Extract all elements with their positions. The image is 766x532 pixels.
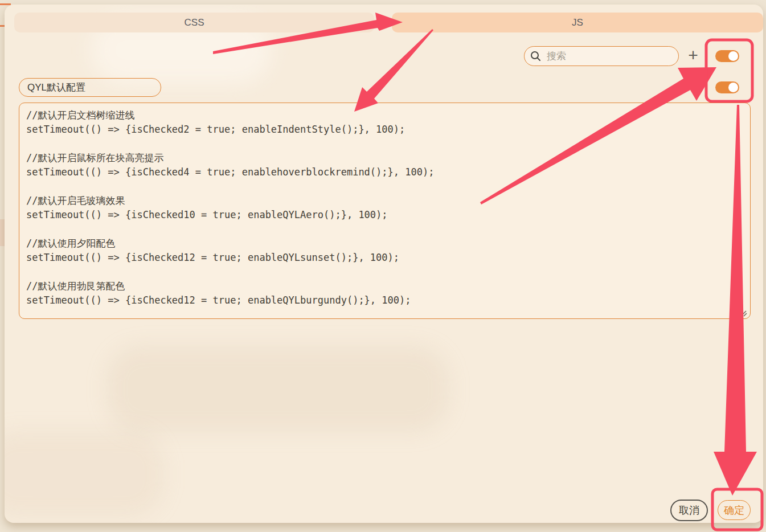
search-icon (530, 51, 541, 62)
frosted-blur-blob (107, 346, 449, 432)
toggle-knob (728, 51, 738, 61)
search-box[interactable] (524, 46, 679, 66)
settings-dialog: CSS JS + //默认开启文档树缩进线 setTimeout(() => {… (5, 5, 763, 523)
toggle-switch-2[interactable] (715, 81, 739, 93)
tab-css[interactable]: CSS (14, 13, 374, 32)
confirm-button[interactable]: 确定 (718, 500, 751, 520)
frosted-blur-blob (5, 432, 164, 517)
resize-handle-icon[interactable] (739, 309, 748, 318)
config-name-input[interactable] (19, 78, 161, 97)
cancel-button[interactable]: 取消 (670, 500, 708, 521)
toggle-switch-1[interactable] (715, 50, 739, 62)
tab-js-label: JS (572, 17, 583, 28)
add-button[interactable]: + (685, 47, 702, 64)
code-editor[interactable]: //默认开启文档树缩进线 setTimeout(() => {isChecked… (19, 103, 751, 319)
tab-css-label: CSS (185, 17, 204, 28)
tab-js[interactable]: JS (392, 13, 763, 32)
page-background: CSS JS + //默认开启文档树缩进线 setTimeout(() => {… (0, 0, 766, 532)
toggle-knob (728, 83, 738, 92)
search-input[interactable] (546, 50, 674, 63)
